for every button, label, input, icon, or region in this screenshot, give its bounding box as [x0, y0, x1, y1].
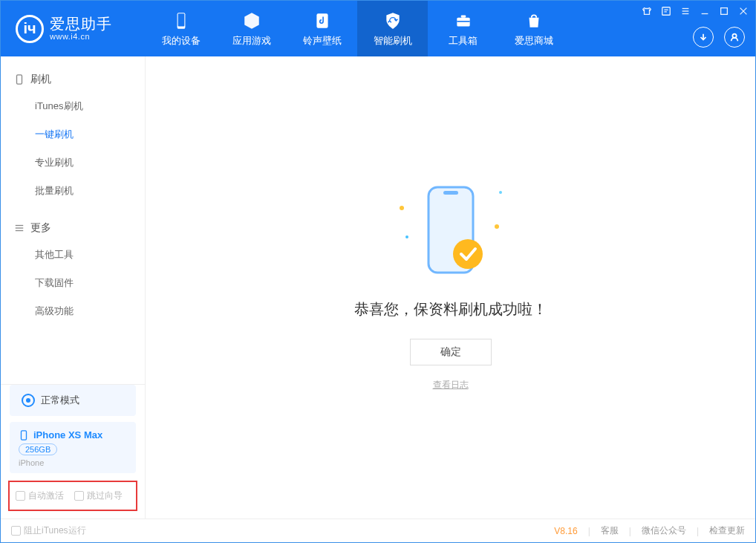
- status-link-support[interactable]: 客服: [601, 524, 619, 537]
- list-icon: [14, 223, 25, 233]
- sidebar-item-batch-flash[interactable]: 批量刷机: [1, 177, 145, 205]
- tab-label: 铃声壁纸: [303, 34, 342, 48]
- header-action-icons: [693, 27, 745, 48]
- tab-ringtones-wallpaper[interactable]: 铃声壁纸: [287, 1, 357, 56]
- sidebar: 刷机 iTunes刷机 一键刷机 专业刷机 批量刷机 更多 其他工具 下载固件 …: [1, 56, 146, 518]
- sidebar-item-itunes-flash[interactable]: iTunes刷机: [1, 92, 145, 120]
- sidebar-group-flash: 刷机 iTunes刷机 一键刷机 专业刷机 批量刷机: [1, 56, 145, 205]
- tshirt-icon[interactable]: [641, 5, 653, 17]
- tab-label: 应用游戏: [232, 34, 271, 48]
- ok-button[interactable]: 确定: [410, 339, 492, 365]
- device-name: iPhone XS Max: [33, 429, 102, 440]
- feedback-icon[interactable]: [660, 5, 672, 17]
- sidebar-group-title: 更多: [30, 221, 51, 235]
- maximize-icon[interactable]: [718, 5, 730, 17]
- sidebar-group-title: 刷机: [30, 73, 51, 86]
- success-illustration: [410, 183, 492, 280]
- top-tabs: 我的设备 应用游戏 铃声壁纸 智能刷机 工具箱 爱思商城: [146, 1, 569, 56]
- phone-outline-icon: [14, 74, 25, 85]
- tab-store[interactable]: 爱思商城: [498, 1, 569, 56]
- tab-apps-games[interactable]: 应用游戏: [216, 1, 287, 56]
- svg-rect-24: [443, 191, 458, 195]
- svg-rect-18: [17, 75, 22, 84]
- phone-icon: [172, 10, 191, 31]
- window-controls: [641, 5, 749, 17]
- device-card[interactable]: iPhone XS Max 256GB iPhone: [10, 422, 136, 473]
- status-link-wechat[interactable]: 微信公众号: [642, 524, 686, 537]
- tab-my-device[interactable]: 我的设备: [146, 1, 216, 56]
- sidebar-item-pro-flash[interactable]: 专业刷机: [1, 149, 145, 177]
- device-icon: [19, 430, 29, 440]
- device-mode-label: 正常模式: [41, 394, 79, 407]
- toolbox-icon: [454, 10, 473, 31]
- device-panel: 正常模式 iPhone XS Max 256GB iPhone 自动激活 跳过向…: [1, 384, 145, 518]
- checkbox-block-itunes[interactable]: 阻止iTunes运行: [11, 524, 86, 537]
- bag-icon: [524, 10, 544, 31]
- status-bar: 阻止iTunes运行 V8.16 | 客服 | 微信公众号 | 检查更新: [1, 518, 755, 542]
- cube-icon: [242, 10, 261, 31]
- svg-rect-4: [460, 15, 466, 17]
- device-capacity: 256GB: [19, 443, 57, 455]
- user-icon[interactable]: [724, 27, 745, 48]
- svg-rect-22: [22, 430, 27, 439]
- svg-rect-13: [721, 8, 728, 15]
- body: 刷机 iTunes刷机 一键刷机 专业刷机 批量刷机 更多 其他工具 下载固件 …: [1, 56, 755, 518]
- svg-rect-2: [316, 13, 328, 28]
- menu-icon[interactable]: [680, 5, 691, 17]
- tab-label: 我的设备: [162, 34, 201, 48]
- mode-dot-icon: [22, 394, 35, 407]
- tab-label: 爱思商城: [515, 34, 553, 48]
- view-log-link[interactable]: 查看日志: [433, 379, 469, 391]
- device-mode[interactable]: 正常模式: [10, 385, 136, 416]
- shield-sync-icon: [383, 10, 403, 31]
- tab-label: 工具箱: [449, 34, 478, 48]
- download-icon[interactable]: [693, 27, 714, 48]
- sidebar-group-more: 更多 其他工具 下载固件 高级功能: [1, 205, 145, 325]
- svg-rect-3: [457, 17, 469, 26]
- checkbox-skip-guide[interactable]: 跳过向导: [74, 490, 123, 502]
- success-message: 恭喜您，保资料刷机成功啦！: [354, 299, 547, 319]
- sidebar-item-download-firmware[interactable]: 下载固件: [1, 269, 145, 297]
- logo: iч 爱思助手 www.i4.cn: [1, 15, 146, 43]
- tab-label: 智能刷机: [374, 34, 412, 48]
- svg-rect-6: [662, 7, 671, 16]
- close-icon[interactable]: [737, 5, 749, 17]
- sidebar-item-advanced[interactable]: 高级功能: [1, 297, 145, 325]
- svg-rect-1: [177, 13, 184, 26]
- tab-smart-flash[interactable]: 智能刷机: [357, 1, 428, 56]
- app-url: www.i4.cn: [50, 32, 112, 41]
- title-bar: iч 爱思助手 www.i4.cn 我的设备 应用游戏 铃声壁纸 智能刷机: [1, 1, 755, 56]
- svg-point-25: [453, 239, 483, 269]
- sidebar-item-other-tools[interactable]: 其他工具: [1, 241, 145, 269]
- app-window: iч 爱思助手 www.i4.cn 我的设备 应用游戏 铃声壁纸 智能刷机: [0, 0, 756, 543]
- device-type: iPhone: [19, 458, 127, 467]
- sidebar-item-oneclick-flash[interactable]: 一键刷机: [1, 120, 145, 149]
- flash-options-highlight: 自动激活 跳过向导: [8, 481, 137, 511]
- tab-toolbox[interactable]: 工具箱: [428, 1, 498, 56]
- music-icon: [313, 10, 332, 31]
- logo-icon: iч: [16, 15, 44, 43]
- version-label: V8.16: [554, 526, 577, 536]
- checkbox-auto-activate[interactable]: 自动激活: [16, 490, 64, 502]
- app-name: 爱思助手: [50, 16, 112, 32]
- status-link-check-update[interactable]: 检查更新: [709, 524, 745, 537]
- svg-rect-5: [457, 21, 469, 22]
- minimize-icon[interactable]: [699, 5, 711, 17]
- main-content: 恭喜您，保资料刷机成功啦！ 确定 查看日志: [146, 56, 755, 518]
